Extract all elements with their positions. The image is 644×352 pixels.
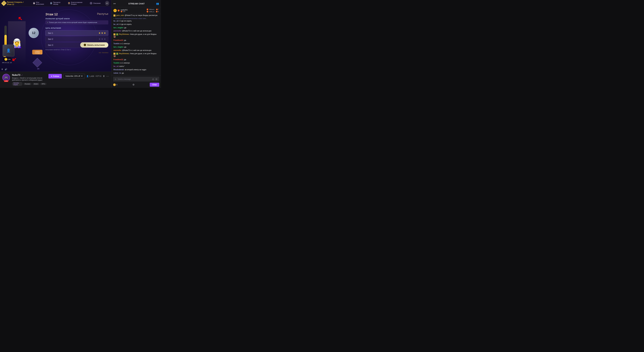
username-averesttv-2[interactable]: averesttv [114,49,121,51]
chat-message-12: lars_magler: да [114,46,159,48]
star-2-1: ★ [98,38,100,40]
username-be-zd-reply[interactable]: be_zd [114,20,118,22]
game-tag[interactable]: Genshin Impact [12,82,22,86]
like-gem-icon: ✦ [4,58,7,61]
nav-diamond[interactable] [32,58,42,67]
chat-message-18: Rhododendr: во второй электр ои гидро [114,68,159,71]
username-averesttv[interactable]: averesttv [114,30,121,32]
uptime: 4:27:11 [96,75,102,77]
chat-users-icon[interactable]: 👥 [156,2,159,5]
chat-message-11: Tooklin: в 1 электро [114,42,159,45]
username-freedlow22-1[interactable]: Freedlow22 [114,39,123,41]
tag-russian[interactable]: Russian [24,83,32,85]
reply-indicator-5: ↩ Replying to @likeanabandonedcat: может… [114,18,159,20]
plus-icon: + [47,22,48,23]
username-reyshinwu-2[interactable]: ReyShimwu [119,52,129,54]
star-2-2: ★ [101,38,103,40]
username-be-zd[interactable]: be_zd [114,23,118,25]
hall-2-stars: ★ ★ ★ [98,38,106,40]
gift-badge-rey2: 🎁 [116,53,118,55]
game-panel: Этаж 12 Распутье Аномалия артерий земли … [45,12,108,54]
username-reyshinwu-1[interactable]: ReyShimwu [119,33,129,35]
chatter-name-3: turbo_k... [149,11,155,12]
anomaly-desc: + Только для этого этажа поток артерий з… [45,20,108,24]
crown-badge-jack: 👑 [114,14,116,16]
start-hint: Испытание начнётся с Этаж 12 Зал 1. [45,49,108,50]
crown-badge-rey: 👑 [114,33,116,36]
anomaly-title: Аномалия артерий земли [45,18,108,20]
back-button[interactable]: ↩ [105,1,109,6]
username-jack-nsk[interactable]: jack_nsk [116,14,124,16]
chat-message-4: 👑 jack_nsk: @Nuke73 ну за такую бездну р… [114,14,159,17]
chat-send-button[interactable]: Chat [150,83,159,87]
hall-row-2[interactable]: Зал 2 ★ ★ ★ [45,36,108,42]
star-1-2: ★ [101,32,103,34]
subscribe-button[interactable]: Subscribe: 20% off ▼ [63,74,85,78]
tag-rpg[interactable]: RPG [40,83,46,85]
topbar-nav: 📋 Итог испытания ⚙️ Просмотр наград 🏆 Бл… [31,1,102,6]
panel-header: Этаж 12 Распутье [45,12,108,16]
play-pause-button[interactable]: ⏸ [1,68,3,70]
username-ruiner-lv[interactable]: ruiner_lv [114,72,121,74]
rewards-icon: ⚙️ [50,2,52,4]
top-chatter-2: 🎁 Abloom... 🎁 7 [146,8,159,10]
username-tooklin-1[interactable]: Tooklin [114,42,120,45]
start-dot-icon [84,44,86,46]
star-1-1: ★ [98,32,100,34]
game-overlay: ➜ ➜ ✦ 🧝‍♀️ 👤 ✦ Like 48% of 2,02...28 [0,6,111,72]
progress-text: 48% of 2,02...28 [2,62,12,63]
viewer-count: 👤 1,430 [86,75,94,77]
username-lars-magler[interactable]: lars_magler [114,27,123,29]
chat-message-15: Freedlow22: да [114,58,159,61]
hall-1-name: Зал 1 [48,32,98,34]
floor-title: Этаж 12 [45,12,58,16]
description-icon: ? [90,2,92,4]
emoji-button[interactable]: ☺ [155,78,158,81]
floor-badge: 12 [28,28,39,38]
chat-input-area: ☆ ◇ ☺ ● 0 ⚙ Chat [112,76,161,88]
top-chatters-right: 🎁 Abloom... 🎁 7 🎁 turbo_k... 🎁 6 [146,8,159,12]
follow-button[interactable]: ♥ Follow [48,74,62,78]
username-be-zd-2[interactable]: be_zd [114,65,118,67]
chat-back-icon[interactable]: ↦ [114,2,116,5]
chat-message-8: averesttv: @Nuke73 я с ней син цю исполь… [114,30,159,32]
chat-message-19: ruiner_lv: да [114,72,159,74]
top-chatters: 1 🎁 vasiliy551 🎁 110 🎁 Abloom... 🎁 7 🎁 t… [112,7,161,14]
chat-header: ↦ STREAM CHAT 👥 [112,0,161,7]
blessing-icon: 🏆 [68,2,70,4]
tag-action[interactable]: Action [32,83,40,85]
coins-display: ● 0 [113,84,118,86]
streamer-name: Nuke73 [12,74,20,76]
chat-settings-icon[interactable]: ⚙ [132,83,134,86]
collect-rewards-button[interactable]: Собрать награды [32,50,42,54]
username-lars-magler-2[interactable]: lars_magler [114,46,123,48]
username-tooklin-2[interactable]: Tooklin [114,62,120,64]
crossroads-text: Распутье [97,12,108,16]
chat-message-input[interactable] [118,78,151,80]
nav-trial-summary[interactable]: 📋 Итог испытания [31,1,48,6]
send-icon[interactable]: ◇ [152,78,154,80]
person-icon: 👤 [86,75,89,77]
hall-row-1[interactable]: Зал 1 ★ ★ ★ [45,30,108,36]
username-freedlow22-2[interactable]: Freedlow22 [114,58,123,60]
share-button[interactable]: ⬆ [103,75,105,78]
nav-rewards[interactable]: ⚙️ Просмотр наград [48,1,66,6]
trial-title: Цель испытания [45,27,108,29]
nav-description[interactable]: ? Описание [88,1,102,6]
chat-message-17: be_zd: взять* [114,65,159,68]
stream-details: Nuke73 ✓ Бездна с Аякой и остальными (по… [12,74,46,86]
start-trial-button[interactable]: Начать испытание [80,42,108,48]
hall-2-name: Зал 2 [48,38,98,40]
volume-button[interactable]: 🔊 [5,68,7,70]
username-rhododendr[interactable]: Rhododendr [114,69,124,71]
video-topbar: ✦ Лунная Спираль / Этаж 12 📋 Итог испыта… [0,0,111,6]
nav-blessing[interactable]: 🏆 Благословение Бездны [66,1,87,6]
more-options-button[interactable]: ⋯ [106,74,109,78]
video-content: ➜ ➜ ✦ 🧝‍♀️ 👤 ✦ Like 48% of 2,02...28 [0,6,111,72]
game-diamond-icon: ✦ [1,0,6,6]
trial-summary-icon: 📋 [33,2,35,4]
chat-panel: ↦ STREAM CHAT 👥 1 🎁 vasiliy551 🎁 110 🎁 A… [111,0,161,88]
chatter-badge-2: 🎁 7 [156,9,159,10]
gift-badge-rey: 🎁 [116,33,118,36]
like-button[interactable]: ✦ Like [3,58,12,61]
